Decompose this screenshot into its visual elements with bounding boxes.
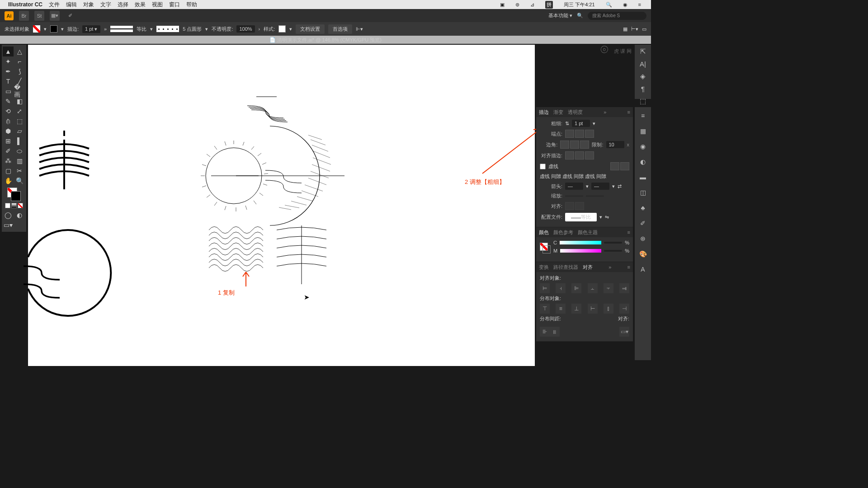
dash-align-1[interactable] xyxy=(610,162,619,170)
notification-icon[interactable]: ≡ xyxy=(638,2,641,7)
prop-icon[interactable]: ≡ xyxy=(638,111,648,121)
stroke-more[interactable]: » xyxy=(104,26,107,32)
dist-top[interactable]: ⊤ xyxy=(540,304,550,314)
swap-icon[interactable]: ▾ xyxy=(44,26,47,32)
document-tab[interactable]: 📄 清明演示文件.ai* @ 146.8% (CMYK/GPU 预览) xyxy=(0,36,651,44)
eyedropper-tool[interactable]: ✐ xyxy=(3,146,14,156)
layers-icon[interactable]: A| xyxy=(638,60,648,68)
brush-tool[interactable]: �画 xyxy=(14,86,25,96)
width-tool[interactable]: ⫛ xyxy=(3,116,14,126)
tab-gradient[interactable]: 渐变 xyxy=(553,109,563,116)
stock-icon[interactable]: St xyxy=(34,11,44,21)
menu-help[interactable]: 帮助 xyxy=(186,1,197,9)
grad-icon[interactable]: ◐ xyxy=(638,157,648,167)
menu-effect[interactable]: 效果 xyxy=(135,1,146,9)
screenrec-icon[interactable]: ▣ xyxy=(500,2,505,8)
menu-edit[interactable]: 编辑 xyxy=(66,1,77,9)
flip-icon[interactable]: ⇋ xyxy=(605,214,609,220)
type-tool[interactable]: T xyxy=(3,76,14,86)
stroke-weight-input[interactable]: 1 pt ▾ xyxy=(82,25,100,33)
color-icon[interactable]: ◉ xyxy=(638,141,648,151)
menu-view[interactable]: 视图 xyxy=(152,1,163,9)
arrange-docs-icon[interactable]: ▦▾ xyxy=(50,11,60,21)
shape-builder-tool[interactable]: ⬢ xyxy=(3,126,14,136)
rotate-tool[interactable]: ⟲ xyxy=(3,106,14,116)
datetime[interactable]: 周三 下午4:21 xyxy=(564,1,594,8)
cap-buttons[interactable] xyxy=(565,130,594,138)
align-hcenter[interactable]: ⫞ xyxy=(556,283,566,293)
align-to-select[interactable]: ▭▾ xyxy=(619,327,629,337)
swap-icon2[interactable]: ▾ xyxy=(61,26,64,32)
selection-tool[interactable]: ▲ xyxy=(3,47,14,56)
brush2-icon[interactable]: ✐ xyxy=(638,218,648,228)
corner-buttons[interactable] xyxy=(560,141,589,149)
doc-setup-button[interactable]: 文档设置 xyxy=(296,24,325,34)
m-input[interactable] xyxy=(604,250,622,252)
menu-window[interactable]: 窗口 xyxy=(169,1,180,9)
menu-select[interactable]: 选择 xyxy=(118,1,128,9)
sync-icon[interactable]: ⊚ xyxy=(515,2,519,8)
tab-color[interactable]: 颜色 xyxy=(539,229,549,236)
weight-input[interactable]: 1 pt xyxy=(572,120,590,127)
arrow-start[interactable]: — xyxy=(565,183,583,190)
opacity-input[interactable]: 100% xyxy=(236,25,255,33)
eraser-tool[interactable]: ◧ xyxy=(14,96,25,106)
gpu-icon[interactable]: ✐ xyxy=(65,11,75,21)
menu-file[interactable]: 文件 xyxy=(49,1,60,9)
swap-arrows-icon[interactable]: ⇄ xyxy=(618,183,622,189)
c-input[interactable] xyxy=(604,242,622,244)
align-top[interactable]: ⫠ xyxy=(588,283,598,293)
menu-type[interactable]: 文字 xyxy=(100,1,111,9)
dist-v-space[interactable]: ⫼ xyxy=(550,327,560,337)
arrow-end[interactable]: — xyxy=(591,183,609,190)
siri-icon[interactable]: ◉ xyxy=(623,2,627,8)
brush-select[interactable] xyxy=(156,26,179,32)
trans-icon[interactable]: ◫ xyxy=(638,188,648,197)
pal-icon[interactable]: 🎨 xyxy=(638,249,648,259)
ime-indicator[interactable]: 拼 xyxy=(545,1,553,9)
align-bottom[interactable]: ⫥ xyxy=(619,283,629,293)
stroke-profile-select[interactable] xyxy=(110,26,133,32)
search-input[interactable]: 搜索 Adobe S xyxy=(588,12,646,20)
libraries-icon[interactable]: ◈ xyxy=(638,72,648,80)
draw-mode[interactable]: ◯ xyxy=(3,210,14,220)
tab-pathfinder[interactable]: 路径查找器 xyxy=(553,264,578,271)
snap-icon[interactable]: ▦ xyxy=(623,26,627,32)
hand-tool[interactable]: ✋ xyxy=(3,176,14,186)
dist-right[interactable]: ⊣ xyxy=(619,304,629,314)
preferences-button[interactable]: 首选项 xyxy=(328,24,352,34)
mesh-tool[interactable]: ⊞ xyxy=(3,136,14,146)
swatch-icon[interactable]: ▦ xyxy=(638,126,648,136)
panel-collapse-icon[interactable]: » xyxy=(604,109,606,115)
tab-align[interactable]: 对齐 xyxy=(583,264,593,271)
scale-tool[interactable]: ⤢ xyxy=(14,106,25,116)
magic-wand-tool[interactable]: ✦ xyxy=(3,56,14,66)
limit-input[interactable]: 10 xyxy=(606,141,624,148)
dash-checkbox[interactable] xyxy=(540,164,546,169)
style-swatch[interactable] xyxy=(278,25,286,33)
curvature-tool[interactable]: ⟆ xyxy=(14,66,25,76)
canvas[interactable]: 1 复制 2 调整【粗细】 ➤ xyxy=(28,45,535,366)
align-left[interactable]: ⊨ xyxy=(540,283,550,293)
dist-vcenter[interactable]: ≡ xyxy=(556,304,566,314)
tab-transform[interactable]: 变换 xyxy=(539,264,549,271)
pin-icon[interactable]: ⊢▾ xyxy=(631,26,638,32)
profile-select[interactable]: —— 等比 xyxy=(565,213,597,221)
app-icon[interactable]: ♣ xyxy=(638,203,648,213)
app-name[interactable]: Illustrator CC xyxy=(8,1,42,8)
wifi-icon[interactable]: ⊿ xyxy=(530,2,534,8)
dist-h-space[interactable]: ⊪ xyxy=(540,327,550,337)
tab-colortheme[interactable]: 颜色主题 xyxy=(578,229,598,236)
stroke-swatch[interactable] xyxy=(50,25,57,33)
symbol-spray-tool[interactable]: ⁂ xyxy=(3,156,14,166)
shaper-tool[interactable]: ✎ xyxy=(3,96,14,106)
sym-icon[interactable]: ⊛ xyxy=(638,234,648,244)
tab-transparency[interactable]: 透明度 xyxy=(568,109,583,116)
panel-icon[interactable]: ▭ xyxy=(642,26,646,32)
menu-object[interactable]: 对象 xyxy=(83,1,94,9)
align-vcenter[interactable]: ⫟ xyxy=(604,283,613,293)
spotlight-icon[interactable]: 🔍 xyxy=(606,2,612,8)
stroke-icon[interactable]: ▬ xyxy=(638,172,648,182)
fill-swatch[interactable] xyxy=(33,25,40,33)
lasso-tool[interactable]: ⌐ xyxy=(14,56,25,66)
